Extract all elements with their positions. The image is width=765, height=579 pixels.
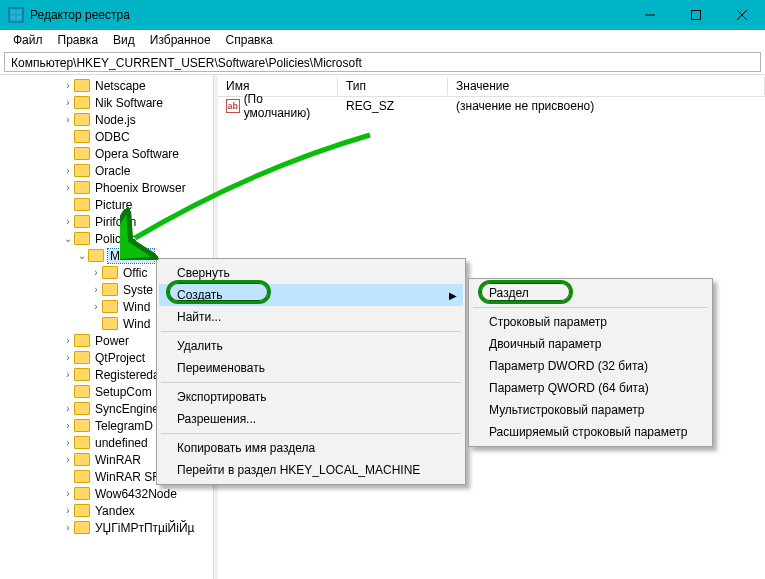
collapse-icon[interactable]: ⌄ [76,250,88,261]
folder-icon [74,147,90,160]
tree-item[interactable]: ›Oracle [0,162,213,179]
expand-icon[interactable]: › [62,216,74,227]
menu-item[interactable]: Найти... [159,306,463,328]
menu-item[interactable]: Создать▶ [159,284,463,306]
folder-icon [74,419,90,432]
tree-item[interactable]: ODBC [0,128,213,145]
tree-item-label: Piriform [94,215,137,229]
regedit-icon [8,7,24,23]
maximize-button[interactable] [673,0,719,30]
submenu-arrow-icon: ▶ [449,290,457,301]
menu-item[interactable]: Переименовать [159,357,463,379]
menu-favorites[interactable]: Избранное [143,31,218,49]
tree-item[interactable]: ›Node.js [0,111,213,128]
expand-icon[interactable]: › [62,80,74,91]
menu-separator [161,433,461,434]
menu-item[interactable]: Перейти в раздел HKEY_LOCAL_MACHINE [159,459,463,481]
menu-item-label: Перейти в раздел HKEY_LOCAL_MACHINE [177,463,420,477]
tree-item[interactable]: ⌄Policies [0,230,213,247]
menu-item[interactable]: Расширяемый строковый параметр [471,421,710,443]
menu-separator [161,382,461,383]
menu-item[interactable]: Удалить [159,335,463,357]
folder-icon [74,453,90,466]
minimize-button[interactable] [627,0,673,30]
close-button[interactable] [719,0,765,30]
folder-icon [74,470,90,483]
tree-item-label: ODBC [94,130,131,144]
menu-item[interactable]: Копировать имя раздела [159,437,463,459]
tree-item[interactable]: ›Wow6432Node [0,485,213,502]
menu-item[interactable]: Разрешения... [159,408,463,430]
menu-item-label: Удалить [177,339,223,353]
tree-item[interactable]: Picture [0,196,213,213]
expand-icon[interactable]: › [90,267,102,278]
submenu-create[interactable]: РазделСтроковый параметрДвоичный парамет… [468,278,713,447]
menu-item-label: Параметр QWORD (64 бита) [489,381,649,395]
tree-item-label: Nik Software [94,96,164,110]
menu-item-label: Мультистроковый параметр [489,403,645,417]
folder-icon [74,96,90,109]
address-bar[interactable]: Компьютер\HKEY_CURRENT_USER\Software\Pol… [4,52,761,72]
expand-icon[interactable]: › [62,403,74,414]
col-type[interactable]: Тип [338,77,448,95]
tree-item[interactable]: ›Phoenix Browser [0,179,213,196]
expand-icon[interactable]: › [62,97,74,108]
tree-item[interactable]: Opera Software [0,145,213,162]
menu-item[interactable]: Параметр QWORD (64 бита) [471,377,710,399]
folder-icon [74,436,90,449]
svg-rect-1 [11,10,15,14]
folder-icon [74,351,90,364]
tree-item-label: Syste [122,283,154,297]
svg-rect-3 [11,16,15,20]
tree-item[interactable]: ›УЏГіМРтПтµіЙіЙµ [0,519,213,536]
expand-icon[interactable]: › [90,284,102,295]
collapse-icon[interactable]: ⌄ [62,233,74,244]
expand-icon[interactable]: › [62,437,74,448]
expand-icon[interactable]: › [62,488,74,499]
menu-item[interactable]: Раздел [471,282,710,304]
tree-item-label: Phoenix Browser [94,181,187,195]
menu-item[interactable]: Экспортировать [159,386,463,408]
menu-view[interactable]: Вид [106,31,142,49]
string-value-icon: ab [226,99,240,113]
tree-item-label: SyncEngine [94,402,160,416]
expand-icon[interactable]: › [62,335,74,346]
menu-file[interactable]: Файл [6,31,50,49]
list-row[interactable]: ab (По умолчанию) REG_SZ (значение не пр… [218,97,765,115]
menu-item[interactable]: Свернуть [159,262,463,284]
window-title: Редактор реестра [30,8,627,22]
expand-icon[interactable]: › [62,369,74,380]
menu-item-label: Разрешения... [177,412,256,426]
tree-item-label: QtProject [94,351,146,365]
tree-item-label: Microso [108,249,154,263]
tree-item[interactable]: ›Netscape [0,77,213,94]
tree-item[interactable]: ›Yandex [0,502,213,519]
expand-icon[interactable]: › [62,165,74,176]
menu-item[interactable]: Двоичный параметр [471,333,710,355]
tree-item-label: УЏГіМРтПтµіЙіЙµ [94,521,195,535]
expand-icon[interactable]: › [62,182,74,193]
menu-item-label: Создать [177,288,223,302]
expand-icon[interactable]: › [62,522,74,533]
expand-icon[interactable]: › [62,505,74,516]
menu-edit[interactable]: Правка [51,31,106,49]
expand-icon[interactable]: › [62,352,74,363]
menu-item-label: Свернуть [177,266,230,280]
expand-icon[interactable]: › [62,420,74,431]
expand-icon[interactable]: › [62,114,74,125]
folder-icon [102,300,118,313]
menu-item[interactable]: Параметр DWORD (32 бита) [471,355,710,377]
context-menu[interactable]: СвернутьСоздать▶Найти...УдалитьПереимено… [156,258,466,485]
menu-item-label: Расширяемый строковый параметр [489,425,687,439]
menu-help[interactable]: Справка [219,31,280,49]
tree-item-label: Wind [122,300,151,314]
menu-item[interactable]: Строковый параметр [471,311,710,333]
tree-item[interactable]: ›Nik Software [0,94,213,111]
folder-icon [74,164,90,177]
tree-item[interactable]: ›Piriform [0,213,213,230]
tree-item-label: Wow6432Node [94,487,178,501]
expand-icon[interactable]: › [90,301,102,312]
menu-item[interactable]: Мультистроковый параметр [471,399,710,421]
col-value[interactable]: Значение [448,77,765,95]
expand-icon[interactable]: › [62,454,74,465]
